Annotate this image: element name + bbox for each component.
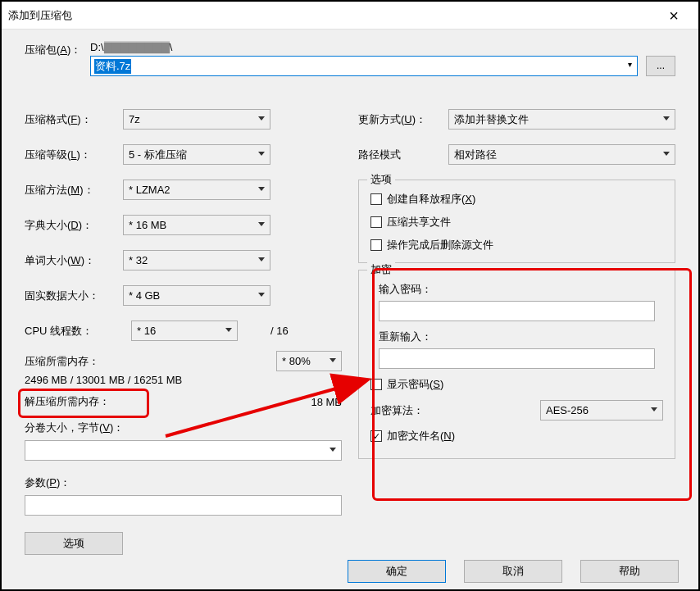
annotation-split-highlight — [18, 389, 149, 418]
solid-value: * 4 GB — [129, 289, 160, 302]
chevron-down-icon — [258, 116, 265, 120]
param-label: 参数(P)： — [25, 475, 342, 490]
cpu-label: CPU 线程数： — [25, 324, 123, 339]
format-label: 压缩格式(F)： — [25, 112, 123, 127]
chevron-down-icon — [258, 257, 265, 261]
level-select[interactable]: 5 - 标准压缩 — [123, 144, 270, 165]
archive-path-text: D:\▇▇▇▇▇▇▇▇\ — [90, 41, 638, 56]
delete-checkbox[interactable] — [370, 239, 382, 251]
share-checkbox[interactable] — [370, 216, 382, 228]
dict-value: * 16 MB — [129, 219, 166, 231]
chevron-down-icon: ▾ — [628, 60, 632, 69]
level-value: 5 - 标准压缩 — [129, 148, 187, 162]
format-value: 7z — [129, 113, 140, 125]
titlebar: 添加到压缩包 × — [2, 2, 698, 30]
chevron-down-icon — [258, 152, 265, 156]
chevron-down-icon — [258, 222, 265, 226]
update-value: 添加并替换文件 — [454, 112, 529, 127]
method-label: 压缩方法(M)： — [25, 183, 123, 198]
chevron-down-icon — [258, 293, 265, 297]
cpu-value: * 16 — [137, 325, 156, 337]
solid-label: 固实数据大小： — [25, 289, 123, 303]
chevron-down-icon — [330, 358, 336, 362]
cancel-button[interactable]: 取消 — [464, 560, 562, 583]
word-select[interactable]: * 32 — [123, 250, 270, 270]
mem-comp-detail: 2496 MB / 13001 MB / 16251 MB — [25, 374, 342, 386]
split-size-combo[interactable] — [25, 440, 342, 461]
options-group: 选项 创建自释放程序(X) 压缩共享文件 操作完成后删除源文件 — [358, 180, 675, 263]
delete-label: 操作完成后删除源文件 — [387, 238, 493, 252]
sfx-checkbox[interactable] — [370, 193, 382, 205]
dialog-title: 添加到压缩包 — [8, 8, 656, 23]
dialog-window: 添加到压缩包 × 压缩包(A)： D:\▇▇▇▇▇▇▇▇\ 资料.7z ▾ ..… — [0, 0, 700, 591]
param-input[interactable] — [25, 495, 342, 516]
ok-button[interactable]: 确定 — [348, 560, 446, 583]
footer-buttons: 确定 取消 帮助 — [348, 560, 679, 583]
solid-select[interactable]: * 4 GB — [123, 285, 270, 306]
dict-select[interactable]: * 16 MB — [123, 215, 270, 235]
browse-button[interactable]: ... — [646, 56, 675, 76]
chevron-down-icon — [663, 116, 670, 120]
format-select[interactable]: 7z — [123, 109, 270, 130]
annotation-encryption-highlight — [372, 268, 692, 501]
pathmode-value: 相对路径 — [454, 148, 497, 162]
chevron-down-icon — [225, 328, 232, 332]
left-column: 压缩格式(F)： 7z 压缩等级(L)： 5 - 标准压缩 压缩方法(M)： *… — [25, 109, 342, 555]
pathmode-label: 路径模式 — [358, 148, 448, 162]
archive-filename-value: 资料.7z — [94, 59, 131, 74]
archive-section: 压缩包(A)： D:\▇▇▇▇▇▇▇▇\ 资料.7z ▾ ... — [2, 30, 698, 76]
archive-label: 压缩包(A)： — [25, 41, 82, 57]
chevron-down-icon — [663, 152, 670, 156]
level-label: 压缩等级(L)： — [25, 148, 123, 162]
method-value: * LZMA2 — [129, 184, 170, 196]
split-label: 分卷大小，字节(V)： — [25, 421, 342, 435]
mem-pct-select[interactable]: * 80% — [276, 351, 342, 371]
options-legend: 选项 — [367, 172, 395, 187]
chevron-down-icon — [258, 187, 265, 191]
options-button[interactable]: 选项 — [25, 532, 123, 555]
update-label: 更新方式(U)： — [358, 112, 448, 127]
method-select[interactable]: * LZMA2 — [123, 180, 270, 200]
pathmode-select[interactable]: 相对路径 — [448, 144, 675, 165]
chevron-down-icon — [330, 448, 336, 452]
mem-pct-value: * 80% — [282, 355, 311, 367]
update-select[interactable]: 添加并替换文件 — [448, 109, 675, 130]
cpu-total: / 16 — [270, 325, 289, 337]
word-label: 单词大小(W)： — [25, 253, 123, 268]
share-label: 压缩共享文件 — [387, 215, 451, 230]
close-icon[interactable]: × — [656, 7, 692, 24]
help-button[interactable]: 帮助 — [580, 560, 679, 583]
cpu-select[interactable]: * 16 — [131, 321, 238, 341]
archive-filename-combo[interactable]: 资料.7z ▾ — [90, 56, 638, 76]
dict-label: 字典大小(D)： — [25, 218, 123, 233]
mem-decomp-value: 18 MB — [311, 396, 342, 408]
mem-comp-label: 压缩所需内存： — [25, 354, 276, 369]
sfx-label: 创建自释放程序(X) — [387, 192, 475, 207]
word-value: * 32 — [129, 254, 148, 266]
